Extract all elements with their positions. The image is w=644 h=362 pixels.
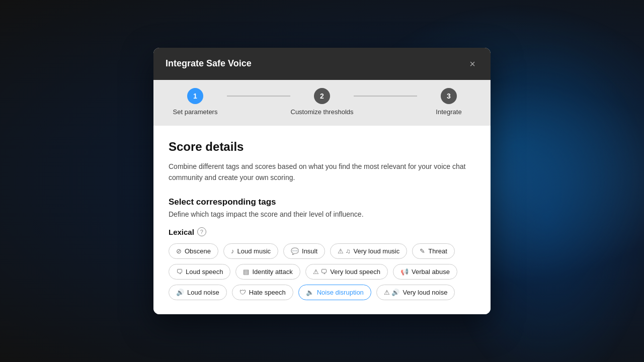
loud-speech-label: Loud speech xyxy=(186,268,223,276)
step-2-circle: 2 xyxy=(314,88,330,104)
loud-noise-label: Loud noise xyxy=(187,289,219,296)
very-loud-speech-icon: ⚠ 🗨 xyxy=(313,268,328,276)
subsection-title: Select corresponding tags xyxy=(169,197,475,207)
step-1-label: Set parameters xyxy=(173,108,218,116)
tag-hate-speech[interactable]: 🛡Hate speech xyxy=(232,285,293,300)
section-description: Combine different tags and scores based … xyxy=(169,161,475,184)
tag-verbal-abuse[interactable]: 📢Verbal abuse xyxy=(393,264,457,280)
close-button[interactable]: × xyxy=(466,58,478,70)
threat-icon: ✎ xyxy=(420,247,425,255)
tag-loud-noise[interactable]: 🔊Loud noise xyxy=(169,285,227,300)
tag-threat[interactable]: ✎Threat xyxy=(412,243,455,259)
loud-music-label: Loud music xyxy=(237,247,271,255)
modal-title: Integrate Safe Voice xyxy=(166,58,252,69)
tag-noise-disruption[interactable]: 🔈Noise disruption xyxy=(298,285,371,300)
tag-very-loud-noise[interactable]: ⚠ 🔊Very loud noise xyxy=(376,285,455,300)
obscene-label: Obscene xyxy=(185,247,211,255)
modal-dialog: Integrate Safe Voice × 1 Set parameters … xyxy=(153,48,491,315)
step-3-label: Integrate xyxy=(436,108,461,116)
step-1-circle: 1 xyxy=(187,88,203,104)
step-3-circle: 3 xyxy=(441,88,457,104)
insult-icon: 💬 xyxy=(291,247,299,255)
modal-header: Integrate Safe Voice × xyxy=(153,48,491,80)
loud-noise-icon: 🔊 xyxy=(176,289,184,296)
obscene-icon: ⊘ xyxy=(176,247,182,255)
hate-speech-icon: 🛡 xyxy=(239,289,246,296)
lexical-header: Lexical ? xyxy=(169,227,475,236)
tag-very-loud-music[interactable]: ⚠ ♫Very loud music xyxy=(330,243,407,259)
step-connector-1 xyxy=(227,96,290,97)
tag-identity-attack[interactable]: ▤Identity attack xyxy=(235,264,300,280)
very-loud-speech-label: Very loud speech xyxy=(330,268,380,276)
noise-disruption-label: Noise disruption xyxy=(317,289,364,296)
tag-obscene[interactable]: ⊘Obscene xyxy=(169,243,218,259)
insult-label: Insult xyxy=(302,247,317,255)
noise-disruption-icon: 🔈 xyxy=(306,289,314,296)
loud-speech-icon: 🗨 xyxy=(176,268,183,276)
tag-insult[interactable]: 💬Insult xyxy=(283,243,325,259)
modal-body: Score details Combine different tags and… xyxy=(153,126,491,315)
threat-label: Threat xyxy=(428,247,447,255)
very-loud-music-icon: ⚠ ♫ xyxy=(338,247,350,255)
steps-bar: 1 Set parameters 2 Customize thresholds … xyxy=(153,80,491,126)
hate-speech-label: Hate speech xyxy=(249,289,286,296)
help-icon[interactable]: ? xyxy=(197,227,206,236)
tags-container: ⊘Obscene♪Loud music💬Insult⚠ ♫Very loud m… xyxy=(169,243,475,300)
identity-attack-label: Identity attack xyxy=(252,268,292,276)
step-connector-2 xyxy=(354,96,417,97)
verbal-abuse-label: Verbal abuse xyxy=(412,268,450,276)
identity-attack-icon: ▤ xyxy=(243,268,249,276)
very-loud-noise-icon: ⚠ 🔊 xyxy=(384,289,400,296)
verbal-abuse-icon: 📢 xyxy=(400,268,409,276)
step-2-label: Customize thresholds xyxy=(291,108,354,116)
lexical-label: Lexical xyxy=(169,228,194,236)
very-loud-noise-label: Very loud noise xyxy=(403,289,447,296)
step-2[interactable]: 2 Customize thresholds xyxy=(290,88,354,116)
step-3[interactable]: 3 Integrate xyxy=(417,88,480,116)
loud-music-icon: ♪ xyxy=(231,247,234,255)
tag-loud-speech[interactable]: 🗨Loud speech xyxy=(169,264,230,280)
subsection-description: Define which tags impact the score and t… xyxy=(169,210,475,218)
step-1[interactable]: 1 Set parameters xyxy=(164,88,227,116)
section-title: Score details xyxy=(169,140,475,154)
tag-very-loud-speech[interactable]: ⚠ 🗨Very loud speech xyxy=(305,264,388,280)
tag-loud-music[interactable]: ♪Loud music xyxy=(223,243,278,259)
very-loud-music-label: Very loud music xyxy=(353,247,399,255)
